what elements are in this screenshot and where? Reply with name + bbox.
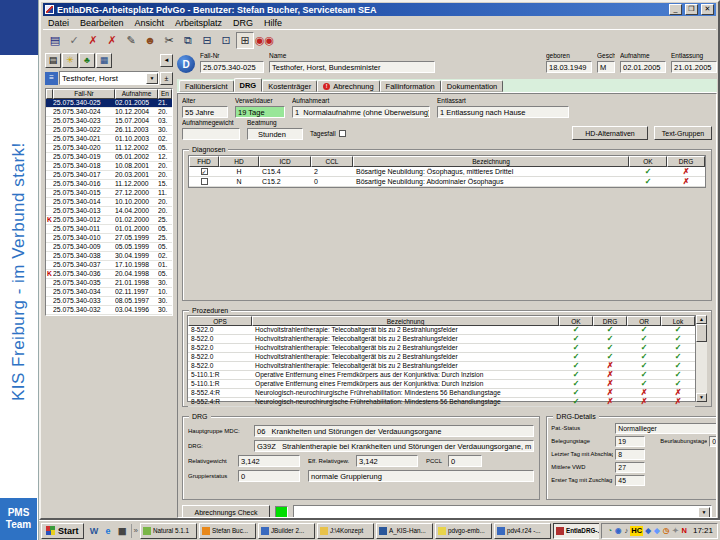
quick-launch-icon[interactable]: W xyxy=(88,524,101,538)
prozedur-row[interactable]: 8-522.0 Hochvoltstrahlentherapie: Teleco… xyxy=(188,353,695,362)
case-row[interactable]: 25.075.340-034 02.11.1997 10. xyxy=(46,288,172,297)
proz-col-ops[interactable]: OPS xyxy=(188,316,252,326)
detail-field[interactable]: 19 xyxy=(615,436,645,447)
case-row[interactable]: 25.075.340-015 27.12.2000 11. xyxy=(46,189,172,198)
diagnose-row[interactable]: H C15.4 2 Bösartige Neubildung: Ösophagu… xyxy=(189,167,705,177)
tray-icon[interactable]: ◆ xyxy=(644,526,652,536)
minimize-button[interactable]: _ xyxy=(669,4,682,15)
name-field[interactable]: Testhofer, Horst, Bundesminister xyxy=(269,61,435,73)
toolbar-icon[interactable]: ✗ xyxy=(84,32,102,49)
case-row[interactable]: 25.075.340-019 05.01.2002 12. xyxy=(46,153,172,162)
prozedur-row[interactable]: 8-522.0 Hochvoltstrahlentherapie: Teleco… xyxy=(188,335,695,344)
tray-icon[interactable]: ◉ xyxy=(614,526,623,536)
task-button[interactable]: pdv4.r24 -... xyxy=(494,523,551,539)
abrechnungs-check-button[interactable]: Abrechnungs Check xyxy=(182,505,270,518)
toolbar-icon[interactable]: ☻ xyxy=(141,32,159,49)
task-button[interactable]: JBuilder 2... xyxy=(258,523,315,539)
list-view-icon[interactable]: ▤ xyxy=(45,53,61,68)
eff-relativgew-field[interactable]: 3,142 xyxy=(356,455,418,467)
task-button[interactable]: EntlaDRG-... xyxy=(553,523,600,539)
chevron-down-icon[interactable]: ▼ xyxy=(146,73,158,84)
task-button[interactable]: J:\4Konzept xyxy=(317,523,374,539)
case-row[interactable]: K 25.075.340-036 20.04.1998 05. xyxy=(46,270,172,279)
case-row[interactable]: 25.075.340-022 26.11.2003 30. xyxy=(46,126,172,135)
case-row[interactable]: 25.075.340-025 02.01.2005 21. xyxy=(46,99,172,108)
case-row[interactable]: 25.075.340-009 05.05.1999 05. xyxy=(46,243,172,252)
toolbar-icon[interactable]: ✗ xyxy=(103,32,121,49)
entlassart-field[interactable]: 1 Entlassung nach Hause xyxy=(437,106,569,118)
gruppierstatus-field[interactable]: 0 xyxy=(238,470,300,482)
drg-field[interactable]: G39Z Strahlentherapie bei Krankheiten un… xyxy=(254,440,534,452)
proz-col-lok[interactable]: Lok xyxy=(661,316,695,326)
menu-item[interactable]: DRG xyxy=(233,18,253,28)
case-row[interactable]: 25.075.340-021 01.10.2003 02. xyxy=(46,135,172,144)
proz-col-bez[interactable]: Bezeichnung xyxy=(252,316,559,326)
maximize-button[interactable]: ❐ xyxy=(685,4,698,15)
case-row[interactable]: 25.075.340-024 10.12.2004 20. xyxy=(46,108,172,117)
verweildauer-field[interactable]: 19 Tage xyxy=(235,106,285,118)
new-case-icon[interactable]: ✳ xyxy=(62,53,78,68)
case-row[interactable]: 25.075.340-020 11.12.2002 05. xyxy=(46,144,172,153)
quick-launch-chevron-icon[interactable]: » xyxy=(134,526,138,535)
quick-launch-icon[interactable]: e xyxy=(102,524,115,538)
case-col-fallnr[interactable]: Fall-Nr xyxy=(53,89,115,99)
prozedur-row[interactable]: 8-522.0 Hochvoltstrahlentherapie: Teleco… xyxy=(188,326,695,335)
quick-launch-icon[interactable]: ▦ xyxy=(116,524,129,538)
case-col-aufnahme[interactable]: Aufnahme xyxy=(115,89,158,99)
relativgewicht-field[interactable]: 3,142 xyxy=(238,455,300,467)
tab[interactable]: ! Kostenträger xyxy=(262,80,317,92)
tab[interactable]: ! Abrechnung xyxy=(317,80,379,92)
case-col-entlassung[interactable]: En xyxy=(158,89,172,99)
fhd-checkbox[interactable] xyxy=(201,178,208,185)
diag-col-ok[interactable]: OK xyxy=(629,156,667,167)
case-row[interactable]: K 25.075.340-012 01.02.2000 25. xyxy=(46,216,172,225)
mdc-field[interactable]: 06 Krankheiten und Störungen der Verdauu… xyxy=(254,425,534,437)
start-button[interactable]: Start xyxy=(41,523,84,539)
toolbar-icon[interactable]: ⊟ xyxy=(198,32,216,49)
toolbar-icon[interactable]: ⧉ xyxy=(179,32,197,49)
toolbar-icon[interactable]: ▤ xyxy=(46,32,64,49)
case-row[interactable]: 25.075.340-011 01.01.2000 05. xyxy=(46,225,172,234)
tray-icon[interactable]: ♪ xyxy=(624,526,630,536)
aufnahmegewicht-field[interactable] xyxy=(182,128,240,140)
case-row[interactable]: 25.075.340-013 14.04.2000 20. xyxy=(46,207,172,216)
diag-col-bez[interactable]: Bezeichnung xyxy=(353,156,629,167)
tree-view-icon[interactable]: ♣ xyxy=(79,53,95,68)
menu-item[interactable]: Bearbeiten xyxy=(80,18,124,28)
proz-col-or[interactable]: OR xyxy=(627,316,661,326)
proz-col-drg[interactable]: DRG xyxy=(593,316,627,326)
prozedur-row[interactable]: 5-110.1:R Operative Entfernung eines Fre… xyxy=(188,380,695,389)
detail-extra-field[interactable]: 0 xyxy=(709,436,717,447)
case-row[interactable]: 25.075.340-016 11.12.2000 15. xyxy=(46,180,172,189)
toolbar-icon[interactable]: ⊡ xyxy=(217,32,235,49)
collapse-panel-button[interactable]: ◄ xyxy=(160,54,173,67)
task-button[interactable]: Stefan Buc... xyxy=(199,523,256,539)
check-result-combo[interactable]: ▼ xyxy=(293,505,712,518)
prozedur-row[interactable]: 5-110.1:R Operative Entfernung eines Fre… xyxy=(188,371,695,380)
geboren-field[interactable]: 18.03.1949 xyxy=(546,61,592,73)
case-row[interactable]: 25.075.340-032 03.04.1996 30. xyxy=(46,306,172,315)
task-button[interactable]: Natural 5.1.1 xyxy=(140,523,197,539)
detail-field[interactable]: 45 xyxy=(615,475,645,486)
toolbar-icon[interactable]: ✂ xyxy=(160,32,178,49)
task-button[interactable]: A_KIS-Han... xyxy=(376,523,433,539)
diagnose-row[interactable]: N C15.2 0 Bösartige Neubildung: Abdomina… xyxy=(189,177,705,187)
tray-icon[interactable]: ◷ xyxy=(662,526,671,536)
fhd-checkbox[interactable] xyxy=(201,168,208,175)
case-row[interactable]: 25.075.340-017 20.03.2001 20. xyxy=(46,171,172,180)
diag-col-fhd[interactable]: FHD xyxy=(189,156,219,167)
task-button[interactable]: pdvgo-emb... xyxy=(435,523,492,539)
menu-item[interactable]: Arbeitsplatz xyxy=(175,18,222,28)
toolbar-icon[interactable]: ✎ xyxy=(122,32,140,49)
toolbar-icon[interactable]: ✓ xyxy=(65,32,83,49)
toolbar-icon[interactable]: ◉◉ xyxy=(255,32,274,49)
case-row[interactable]: 25.075.340-014 10.10.2000 20. xyxy=(46,198,172,207)
case-row[interactable]: 25.075.340-037 17.10.1998 01. xyxy=(46,261,172,270)
case-row[interactable]: 25.075.340-010 27.05.1999 25. xyxy=(46,234,172,243)
case-row[interactable]: 25.075.340-038 30.04.1999 02. xyxy=(46,252,172,261)
case-row[interactable]: 25.075.340-035 21.01.1998 30. xyxy=(46,279,172,288)
detail-field[interactable]: 27 xyxy=(615,462,645,473)
case-spinner-button[interactable]: ± xyxy=(160,72,173,85)
diag-col-hd[interactable]: HD xyxy=(219,156,259,167)
patient-filter-combo[interactable]: Testhofer, Horst ▼ xyxy=(59,71,159,85)
